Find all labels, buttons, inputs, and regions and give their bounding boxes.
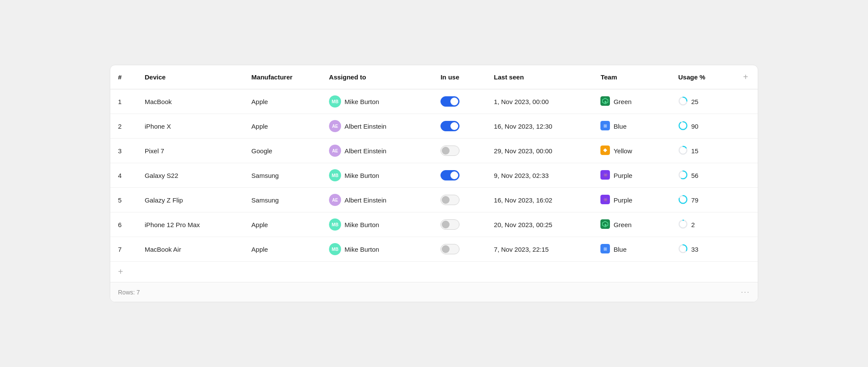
add-row-cell[interactable]: + (110, 262, 758, 282)
cell-assigned: AE Albert Einstein (321, 139, 433, 163)
cell-lastseen: 7, Nov 2023, 22:15 (486, 237, 593, 262)
cell-usage: 79 (670, 188, 734, 212)
toggle-thumb (442, 221, 450, 228)
svg-text:👾: 👾 (603, 197, 608, 202)
svg-text:⊞: ⊞ (603, 123, 607, 128)
toggle-track[interactable] (440, 219, 460, 230)
cell-team: ⊞ Blue (593, 237, 670, 262)
cell-inuse[interactable] (433, 114, 486, 139)
cell-id: 7 (110, 237, 137, 262)
cell-usage: 56 (670, 163, 734, 188)
toggle-switch[interactable] (440, 96, 460, 107)
cell-usage: 33 (670, 237, 734, 262)
assignee-name: Albert Einstein (345, 147, 386, 155)
usage-value: 33 (691, 246, 699, 253)
toggle-track[interactable] (440, 121, 460, 131)
toggle-thumb (450, 171, 458, 179)
cell-id: 2 (110, 114, 137, 139)
col-header-add[interactable]: + (734, 65, 758, 89)
cell-lastseen: 16, Nov 2023, 12:30 (486, 114, 593, 139)
cell-device: iPhone 12 Pro Max (137, 212, 244, 237)
col-header-manufacturer: Manufacturer (244, 65, 322, 89)
cell-assigned: MB Mike Burton (321, 212, 433, 237)
toggle-switch[interactable] (440, 244, 460, 254)
cell-inuse[interactable] (433, 89, 486, 114)
team-icon: ⊞ (600, 244, 610, 255)
table-row: 5 Galazy Z Flip Samsung AE Albert Einste… (110, 188, 758, 212)
assignee-name: Albert Einstein (345, 123, 386, 130)
cell-manufacturer: Apple (244, 89, 322, 114)
cell-team: ◆ Green (593, 89, 670, 114)
col-header-team: Team (593, 65, 670, 89)
cell-assigned: AE Albert Einstein (321, 114, 433, 139)
add-row-button[interactable]: + (110, 262, 758, 282)
toggle-track[interactable] (440, 96, 460, 107)
cell-action (734, 188, 758, 212)
team-icon: ◆ (600, 219, 610, 230)
toggle-track[interactable] (440, 146, 460, 156)
table-row: 2 iPhone X Apple AE Albert Einstein 16, … (110, 114, 758, 139)
team-icon: 👾 (600, 170, 610, 181)
cell-inuse[interactable] (433, 188, 486, 212)
table-footer: Rows: 7 ··· (110, 282, 758, 302)
add-row-icon[interactable]: + (118, 267, 123, 276)
cell-action (734, 114, 758, 139)
toggle-thumb (450, 98, 458, 105)
toggle-thumb (442, 196, 450, 204)
team-name: Purple (613, 172, 632, 179)
svg-text:👾: 👾 (603, 172, 608, 177)
cell-manufacturer: Apple (244, 212, 322, 237)
assignee-name: Mike Burton (345, 172, 379, 179)
cell-action (734, 89, 758, 114)
cell-device: MacBook Air (137, 237, 244, 262)
cell-inuse[interactable] (433, 139, 486, 163)
col-header-hash: # (110, 65, 137, 89)
col-header-lastseen: Last seen (486, 65, 593, 89)
usage-value: 2 (691, 221, 695, 228)
toggle-switch[interactable] (440, 146, 460, 156)
toggle-switch[interactable] (440, 219, 460, 230)
usage-ring-icon (678, 96, 688, 107)
toggle-track[interactable] (440, 244, 460, 254)
cell-assigned: MB Mike Burton (321, 237, 433, 262)
cell-manufacturer: Google (244, 139, 322, 163)
cell-lastseen: 1, Nov 2023, 00:00 (486, 89, 593, 114)
cell-inuse[interactable] (433, 237, 486, 262)
cell-manufacturer: Samsung (244, 188, 322, 212)
avatar: MB (329, 243, 341, 255)
svg-point-24 (679, 220, 687, 228)
toggle-switch[interactable] (440, 195, 460, 205)
cell-inuse[interactable] (433, 163, 486, 188)
assignee-name: Mike Burton (345, 221, 379, 228)
toggle-switch[interactable] (440, 170, 460, 180)
table-row: 3 Pixel 7 Google AE Albert Einstein 29, … (110, 139, 758, 163)
toggle-track[interactable] (440, 170, 460, 180)
avatar: MB (329, 95, 341, 108)
cell-action (734, 163, 758, 188)
avatar: AE (329, 194, 341, 206)
toggle-thumb (450, 122, 458, 130)
cell-lastseen: 29, Nov 2023, 00:00 (486, 139, 593, 163)
toggle-switch[interactable] (440, 121, 460, 131)
cell-team: Yellow (593, 139, 670, 163)
usage-value: 56 (691, 172, 699, 179)
cell-device: iPhone X (137, 114, 244, 139)
usage-ring-icon (678, 244, 688, 255)
cell-inuse[interactable] (433, 212, 486, 237)
table-row: 4 Galaxy S22 Samsung MB Mike Burton 9, N… (110, 163, 758, 188)
team-icon: ◆ (600, 96, 610, 107)
add-column-icon[interactable]: + (743, 72, 748, 82)
usage-ring-icon (678, 146, 688, 156)
toggle-track[interactable] (440, 195, 460, 205)
cell-action (734, 237, 758, 262)
more-options-icon[interactable]: ··· (741, 288, 750, 297)
cell-lastseen: 9, Nov 2023, 02:33 (486, 163, 593, 188)
cell-id: 1 (110, 89, 137, 114)
cell-manufacturer: Apple (244, 114, 322, 139)
cell-lastseen: 20, Nov 2023, 00:25 (486, 212, 593, 237)
device-table: # Device Manufacturer Assigned to In use… (110, 65, 758, 302)
cell-usage: 15 (670, 139, 734, 163)
assignee-name: Mike Burton (345, 98, 379, 105)
team-name: Blue (613, 123, 626, 130)
cell-device: Galazy Z Flip (137, 188, 244, 212)
